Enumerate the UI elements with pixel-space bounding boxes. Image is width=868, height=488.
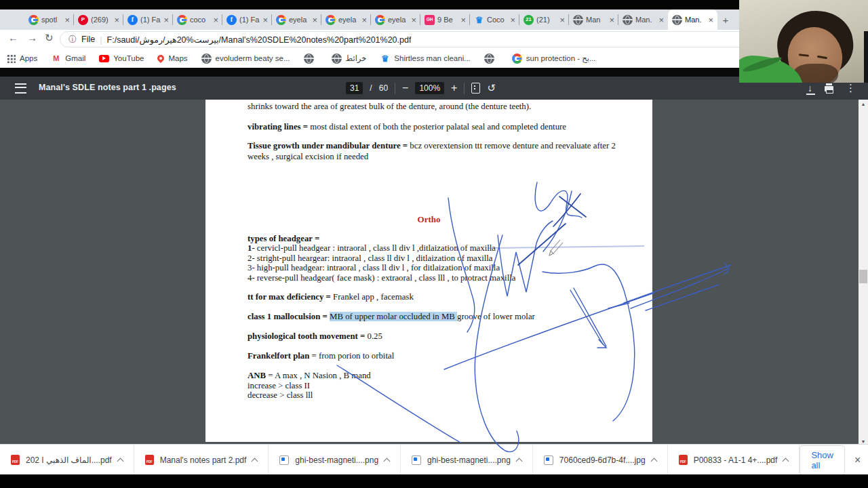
google-favicon [276,15,286,25]
rotate-icon[interactable]: ↺ [487,82,496,94]
chrome-content-divider [0,68,868,77]
print-icon[interactable] [825,86,833,92]
bookmark-item[interactable]: sun protection - بح... [512,54,596,64]
zoom-level[interactable]: 100% [415,82,444,94]
pdf-viewer: shrinks toward the area of greatest bulk… [0,100,868,444]
zoom-in-button[interactable]: + [451,83,457,94]
back-icon[interactable]: ← [8,32,18,43]
google-favicon [28,15,39,25]
menu-icon[interactable] [15,83,26,94]
bookmark-apps[interactable]: Apps [7,54,37,63]
badge-21-favicon: 21 [524,15,534,25]
bookmark-item[interactable] [304,54,318,64]
bottom-black-strip [0,474,868,488]
tab-close-icon[interactable]: × [312,16,317,24]
tab-close-icon[interactable]: × [114,16,119,24]
crown-favicon: ♛ [474,15,484,25]
bookmark-gmail[interactable]: MGmail [51,54,85,64]
doc-line: 1- cervicl-pull headgear : intraoral , c… [248,243,639,253]
doc-line: types of headgear = [248,234,639,244]
browser-tab[interactable]: f(1) Fa× [123,9,173,30]
forward-icon[interactable]: → [27,32,37,43]
tab-label: (21) [536,16,557,24]
tab-close-icon[interactable]: × [510,16,515,24]
page-info-icon[interactable]: ⓘ [68,34,77,45]
chevron-up-icon[interactable] [650,458,657,465]
page-number-input[interactable]: 31 [346,82,363,94]
doc-line-highlighted: class 1 malloculsion = MB of upper molar… [248,312,639,322]
tab-close-icon[interactable]: × [64,16,70,24]
zoom-out-button[interactable]: − [402,83,408,94]
overflow-menu-icon[interactable]: ⋮ [846,82,856,94]
tab-close-icon[interactable]: × [213,16,218,24]
doc-line: ANB = A max , N Nasion , B mand [248,371,639,381]
crown-icon: ♛ [380,54,390,64]
tab-close-icon[interactable]: × [609,16,614,24]
browser-tab[interactable]: eyela× [321,9,371,30]
page-total: 60 [379,83,388,93]
browser-tab[interactable]: Man.× [618,9,668,30]
globe-icon [484,54,494,64]
tab-close-icon[interactable]: × [708,16,713,24]
chevron-up-icon[interactable] [515,458,522,465]
show-all-downloads-button[interactable]: Show all [800,445,845,475]
close-downloads-bar-icon[interactable]: × [854,454,861,466]
chevron-up-icon[interactable] [384,458,391,465]
tab-close-icon[interactable]: × [262,16,268,24]
toolbar-divider [464,83,465,94]
tab-close-icon[interactable]: × [460,16,466,24]
browser-tab[interactable]: spotl× [24,9,74,30]
browser-tab[interactable]: coco× [173,9,222,30]
browser-tab[interactable]: 21(21)× [519,9,569,30]
browser-tab-active[interactable]: Man.× [668,9,717,30]
bookmark-item[interactable] [484,54,498,64]
github-favicon: GH [425,15,435,25]
bookmark-youtube[interactable]: YouTube [99,54,144,62]
globe-icon [304,54,314,64]
tab-close-icon[interactable]: × [361,16,367,24]
chevron-up-icon[interactable] [117,458,123,465]
scroll-up-icon[interactable]: ▲ [859,102,868,106]
browser-tab[interactable]: P(269)× [74,9,123,30]
tab-strip: spotl× P(269)× f(1) Fa× coco× f(1) Fa× e… [0,9,868,30]
download-item[interactable]: 202 الماف الذهبي ا....pdf [0,445,134,475]
facebook-favicon: f [226,15,237,25]
browser-tab[interactable]: GH9 Be× [420,9,470,30]
bookmark-maps[interactable]: Maps [157,54,187,62]
apps-grid-icon [7,54,16,63]
scroll-down-icon[interactable]: ▼ [859,439,868,444]
scrollbar[interactable]: ▲ ▼ [859,100,868,446]
download-item[interactable]: 7060ced9-6d7b-4f....jpg [533,445,668,475]
browser-tab[interactable]: f(1) Fa× [222,9,272,30]
browser-tab[interactable]: Man× [569,9,618,30]
download-item[interactable]: ghi-best-magneti....png [269,445,401,475]
new-tab-button[interactable]: + [717,12,734,28]
pdf-page: shrinks toward the area of greatest bulk… [205,100,652,442]
download-item[interactable]: P00833 - A1-1 4+....pdf [668,445,800,475]
scrollbar-thumb[interactable] [859,270,867,283]
reload-icon[interactable]: ↻ [45,32,54,44]
tab-close-icon[interactable]: × [411,16,416,24]
chevron-up-icon[interactable] [783,458,789,465]
pdf-file-icon [11,455,20,465]
download-item[interactable]: ghi-best-magneti....png [401,445,533,475]
browser-tab[interactable]: eyela× [371,9,420,30]
tab-close-icon[interactable]: × [163,16,169,24]
download-icon[interactable]: ↓ [808,83,812,93]
browser-tab[interactable]: ♛Coco× [470,9,519,30]
tab-close-icon[interactable]: × [559,16,565,24]
doc-line: Frankelfort plan = from porion to orbita… [248,351,639,361]
youtube-icon [99,55,109,62]
tab-label: Man. [635,16,656,24]
bookmark-item[interactable]: evoluderm beaty se... [201,54,290,64]
download-item[interactable]: Manal's notes part 2.pdf [134,445,269,475]
bookmark-item[interactable]: خرائط [332,54,367,64]
tab-close-icon[interactable]: × [658,16,664,24]
fit-page-icon[interactable] [471,83,480,94]
browser-tab[interactable]: eyela× [272,9,321,30]
bookmark-item[interactable]: ♛Shirtless man cleani... [380,54,471,64]
doc-line: shrinks toward the area of greatest bulk… [248,102,639,112]
tab-label: eyela [338,16,359,24]
chevron-up-icon[interactable] [252,458,258,465]
doc-line: increase > class II [248,381,639,391]
